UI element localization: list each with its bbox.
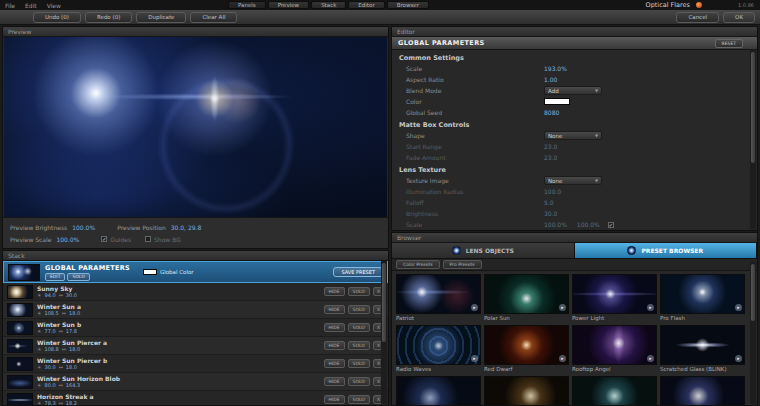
global-solo-button[interactable]: SOLO xyxy=(67,273,89,281)
solo-button[interactable]: SOLO xyxy=(348,377,370,386)
preset-thumbnail[interactable]: ▸ xyxy=(572,325,657,365)
global-edit-button[interactable]: EDIT xyxy=(45,273,65,281)
save-preset-button[interactable]: SAVE PRESET xyxy=(333,267,383,277)
brightness-value[interactable]: 108.8 xyxy=(44,347,58,352)
stack-row[interactable]: Winter Sun Piercer a ☀ 108.8 ↔ 18.0 HIDE… xyxy=(3,337,388,355)
scale-value[interactable]: 18.0 xyxy=(69,311,80,316)
scale-value[interactable]: 193.0% xyxy=(544,65,567,72)
solo-button[interactable]: SOLO xyxy=(348,359,370,368)
preview-scale-value[interactable]: 100.0% xyxy=(56,236,79,243)
preview-position-value[interactable]: 30.0, 29.8 xyxy=(171,224,202,231)
preset-thumbnail[interactable]: ▸ xyxy=(484,274,569,314)
stack-row[interactable]: Sunny Sky ☀ 94.0 ↔ 30.0 HIDE SOLO X xyxy=(3,283,388,301)
stack-row[interactable]: Horizon Streak a ☀ 78.3 ↔ 18.2 HIDE SOLO… xyxy=(3,391,388,406)
preset-item[interactable]: ▸ Scratched Glass (BLINK) xyxy=(660,325,745,373)
tab-preset-browser[interactable]: PRESET BROWSER xyxy=(575,243,758,258)
preset-item[interactable]: ▸ Radio Waves xyxy=(396,325,481,373)
color-swatch[interactable] xyxy=(544,98,570,105)
scale-value[interactable]: 164.3 xyxy=(66,383,80,388)
preset-item[interactable]: ▸ Rooftop Angel xyxy=(572,325,657,373)
global-color-swatch[interactable] xyxy=(143,269,157,275)
show-bg-checkbox[interactable]: ✓ xyxy=(145,236,151,242)
clear-all-button[interactable]: Clear All xyxy=(190,12,237,23)
apply-preset-icon[interactable]: ▸ xyxy=(471,304,478,311)
stack-row[interactable]: Winter Sun b ☀ 77.0 ↔ 17.8 HIDE SOLO X xyxy=(3,319,388,337)
preset-item[interactable]: ▸ Red Dwarf xyxy=(484,325,569,373)
hide-button[interactable]: HIDE xyxy=(324,395,345,404)
tab-lens-objects[interactable]: LENS OBJECTS xyxy=(392,243,575,258)
preset-thumbnail[interactable]: ▸ xyxy=(396,376,481,406)
tab-preview[interactable]: Preview xyxy=(268,1,309,9)
duplicate-button[interactable]: Duplicate xyxy=(136,12,186,23)
preset-item[interactable]: ▸ xyxy=(484,376,569,406)
preset-thumbnail[interactable]: ▸ xyxy=(484,376,569,406)
aspect-ratio-value[interactable]: 1.00 xyxy=(544,76,557,83)
preset-item[interactable]: ▸ Polar Sun xyxy=(484,274,569,322)
apply-preset-icon[interactable]: ▸ xyxy=(559,304,566,311)
preset-thumbnail[interactable]: ▸ xyxy=(660,274,745,314)
scale-value[interactable]: 17.8 xyxy=(66,329,77,334)
redo-button[interactable]: Redo (0) xyxy=(85,12,132,23)
hide-button[interactable]: HIDE xyxy=(324,287,345,296)
brightness-value[interactable]: 80.0 xyxy=(44,383,55,388)
preset-item[interactable]: ▸ xyxy=(572,376,657,406)
editor-scrollbar[interactable] xyxy=(750,50,756,229)
brightness-value[interactable]: 94.0 xyxy=(44,293,55,298)
preset-thumbnail[interactable]: ▸ xyxy=(572,376,657,406)
preset-thumbnail[interactable]: ▸ xyxy=(396,325,481,365)
tab-editor[interactable]: Editor xyxy=(348,1,384,9)
link-scale-checkbox[interactable]: ✓ xyxy=(608,222,614,228)
hide-button[interactable]: HIDE xyxy=(324,359,345,368)
guides-checkbox[interactable]: ✓ xyxy=(101,236,107,242)
stack-row[interactable]: Winter Sun Horizon Blob ☀ 80.0 ↔ 164.3 H… xyxy=(3,373,388,391)
hide-button[interactable]: HIDE xyxy=(324,341,345,350)
tab-browser[interactable]: Browser xyxy=(387,1,429,9)
preset-thumbnail[interactable]: ▸ xyxy=(660,376,745,406)
scale-value[interactable]: 18.2 xyxy=(66,401,77,406)
apply-preset-icon[interactable]: ▸ xyxy=(471,355,478,362)
stack-row[interactable]: Winter Sun a ☀ 108.5 ↔ 18.0 HIDE SOLO X xyxy=(3,301,388,319)
blend-mode-dropdown[interactable]: Add▼ xyxy=(544,86,602,95)
reset-button[interactable]: RESET xyxy=(715,39,743,48)
scale-value[interactable]: 18.0 xyxy=(69,347,80,352)
global-seed-value[interactable]: 8080 xyxy=(544,109,559,116)
stack-row[interactable]: Winter Sun Piercer b ☀ 30.0 ↔ 18.0 HIDE … xyxy=(3,355,388,373)
brightness-value[interactable]: 30.0 xyxy=(44,365,55,370)
pro-presets-button[interactable]: Pro Presets xyxy=(443,260,482,269)
browser-scrollbar[interactable] xyxy=(750,262,756,404)
apply-preset-icon[interactable]: ▸ xyxy=(559,355,566,362)
hide-button[interactable]: HIDE xyxy=(324,305,345,314)
hide-button[interactable]: HIDE xyxy=(324,323,345,332)
solo-button[interactable]: SOLO xyxy=(348,323,370,332)
preset-item[interactable]: ▸ Pro Flash xyxy=(660,274,745,322)
solo-button[interactable]: SOLO xyxy=(348,287,370,296)
solo-button[interactable]: SOLO xyxy=(348,341,370,350)
shape-dropdown[interactable]: None▼ xyxy=(544,131,602,140)
cancel-button[interactable]: Cancel xyxy=(676,12,719,23)
apply-preset-icon[interactable]: ▸ xyxy=(735,304,742,311)
preset-item[interactable]: ▸ Power Light xyxy=(572,274,657,322)
preset-item[interactable]: ▸ xyxy=(396,376,481,406)
brightness-value[interactable]: 77.0 xyxy=(44,329,55,334)
ok-button[interactable]: OK xyxy=(723,12,755,23)
menu-view[interactable]: View xyxy=(42,2,66,9)
preset-item[interactable]: ▸ Patriot xyxy=(396,274,481,322)
preset-thumbnail[interactable]: ▸ xyxy=(572,274,657,314)
menu-edit[interactable]: Edit xyxy=(20,2,42,9)
texture-image-dropdown[interactable]: None▼ xyxy=(544,176,602,185)
hide-button[interactable]: HIDE xyxy=(324,377,345,386)
panels-menu-button[interactable]: Panels xyxy=(228,1,266,9)
preset-thumbnail[interactable]: ▸ xyxy=(484,325,569,365)
solo-button[interactable]: SOLO xyxy=(348,395,370,404)
scale-value[interactable]: 18.0 xyxy=(66,365,77,370)
scale-value[interactable]: 30.0 xyxy=(66,293,77,298)
apply-preset-icon[interactable]: ▸ xyxy=(735,355,742,362)
preview-brightness-value[interactable]: 100.0% xyxy=(72,224,95,231)
apply-preset-icon[interactable]: ▸ xyxy=(647,355,654,362)
undo-button[interactable]: Undo (0) xyxy=(33,12,81,23)
preset-thumbnail[interactable]: ▸ xyxy=(396,274,481,314)
global-parameters-row[interactable]: GLOBAL PARAMETERS EDIT SOLO Global Color… xyxy=(3,261,388,283)
brightness-value[interactable]: 108.5 xyxy=(44,311,58,316)
stack-scrollbar[interactable] xyxy=(381,261,387,404)
brightness-value[interactable]: 78.3 xyxy=(44,401,55,406)
